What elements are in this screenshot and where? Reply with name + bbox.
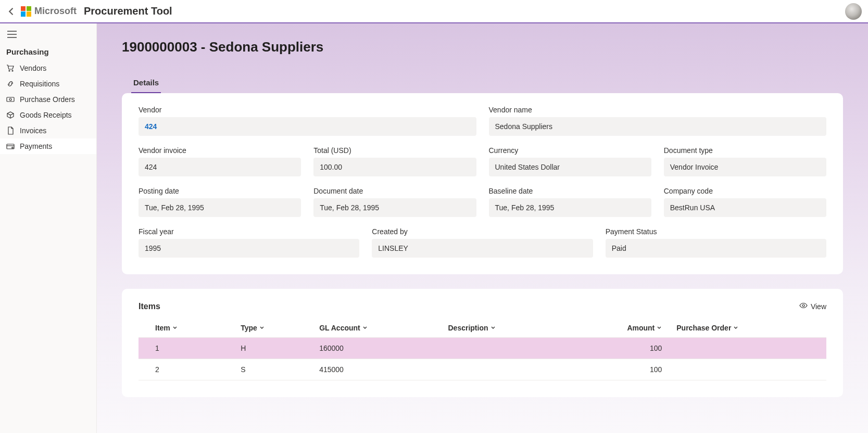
cart-icon [6, 64, 15, 72]
sidebar-item-label: Payments [20, 142, 52, 150]
field-value: Tue, Feb 28, 1995 [489, 198, 651, 217]
table-row[interactable]: 2 S 415000 100 [139, 359, 826, 380]
field-posting-date: Posting date Tue, Feb 28, 1995 [139, 187, 301, 217]
field-baseline-date: Baseline date Tue, Feb 28, 1995 [489, 187, 651, 217]
svg-rect-5 [7, 97, 14, 101]
sidebar-item-invoices[interactable]: Invoices [0, 123, 96, 138]
field-value: Vendor Invoice [664, 158, 826, 176]
link-icon [6, 80, 15, 88]
sidebar-item-purchase-orders[interactable]: Purchase Orders [0, 92, 96, 107]
hamburger-button[interactable] [0, 23, 96, 45]
sidebar-item-label: Invoices [20, 126, 46, 135]
field-value: Tue, Feb 28, 1995 [313, 198, 476, 217]
sidebar-item-vendors[interactable]: Vendors [0, 60, 96, 76]
col-type[interactable]: Type [233, 319, 312, 338]
field-label: Created by [372, 227, 593, 236]
cell-gl-account: 415000 [312, 359, 441, 380]
svg-point-4 [12, 70, 13, 71]
microsoft-text: Microsoft [34, 6, 77, 17]
cell-amount: 100 [568, 359, 670, 380]
svg-point-3 [9, 70, 10, 71]
field-value: BestRun USA [664, 198, 826, 217]
col-item[interactable]: Item [139, 319, 233, 338]
field-label: Vendor name [489, 106, 827, 114]
field-value: United States Dollar [489, 158, 651, 176]
col-description[interactable]: Description [441, 319, 568, 338]
tab-bar: Details [122, 75, 843, 93]
chevron-down-icon [657, 324, 662, 332]
page-title: 1900000003 - Sedona Suppliers [122, 39, 843, 55]
field-vendor-name: Vendor name Sedona Suppliers [489, 106, 827, 136]
view-button[interactable]: View [799, 301, 826, 311]
top-bar: Microsoft Procurement Tool [0, 0, 868, 23]
field-label: Document type [664, 146, 826, 155]
sidebar-item-label: Purchase Orders [20, 95, 75, 104]
field-label: Baseline date [489, 187, 651, 195]
col-amount[interactable]: Amount [568, 319, 670, 338]
field-payment-status: Payment Status Paid [606, 227, 826, 258]
cell-description [441, 338, 568, 359]
money-icon [6, 95, 15, 104]
cell-amount: 100 [568, 338, 670, 359]
eye-icon [799, 301, 808, 311]
main-content: 1900000003 - Sedona Suppliers Details Ve… [97, 23, 868, 433]
field-label: Document date [313, 187, 476, 195]
microsoft-logo-icon [21, 6, 31, 17]
field-value: 100.00 [313, 158, 476, 176]
field-vendor-invoice: Vendor invoice 424 [139, 146, 301, 176]
field-total-usd: Total (USD) 100.00 [313, 146, 476, 176]
sidebar-item-requisitions[interactable]: Requisitions [0, 76, 96, 92]
user-avatar[interactable] [845, 3, 862, 20]
sidebar-item-label: Requisitions [20, 80, 59, 88]
cell-type: H [233, 338, 312, 359]
field-value: Paid [606, 239, 826, 258]
cell-purchase-order [669, 359, 826, 380]
col-purchase-order[interactable]: Purchase Order [669, 319, 826, 338]
svg-point-10 [802, 304, 804, 307]
field-value: Tue, Feb 28, 1995 [139, 198, 301, 217]
svg-point-6 [9, 98, 11, 100]
document-icon [6, 126, 15, 135]
view-label: View [811, 302, 826, 311]
field-label: Payment Status [606, 227, 826, 236]
cell-item: 1 [139, 338, 233, 359]
sidebar-item-payments[interactable]: Payments [0, 138, 96, 154]
sidebar-section-header: Purchasing [0, 45, 96, 60]
field-label: Vendor [139, 106, 476, 114]
field-fiscal-year: Fiscal year 1995 [139, 227, 359, 258]
field-label: Fiscal year [139, 227, 359, 236]
field-document-type: Document type Vendor Invoice [664, 146, 826, 176]
cell-description [441, 359, 568, 380]
svg-point-9 [12, 147, 14, 149]
field-value: 424 [139, 158, 301, 176]
field-label: Company code [664, 187, 826, 195]
field-created-by: Created by LINSLEY [372, 227, 593, 258]
tab-details[interactable]: Details [131, 75, 161, 93]
chevron-down-icon [490, 324, 496, 332]
table-row[interactable]: 1 H 160000 100 [139, 338, 826, 359]
back-button[interactable] [6, 6, 17, 17]
field-label: Vendor invoice [139, 146, 301, 155]
field-label: Total (USD) [313, 146, 476, 155]
field-value: LINSLEY [372, 239, 593, 258]
field-value: Sedona Suppliers [489, 117, 827, 136]
sidebar-item-label: Goods Receipts [20, 111, 72, 119]
chevron-down-icon [362, 324, 368, 332]
sidebar-item-goods-receipts[interactable]: Goods Receipts [0, 107, 96, 123]
field-label: Posting date [139, 187, 301, 195]
box-icon [6, 111, 15, 119]
field-company-code: Company code BestRun USA [664, 187, 826, 217]
items-card: Items View Item Type GL Account Descript… [122, 289, 843, 397]
col-gl-account[interactable]: GL Account [312, 319, 441, 338]
details-card: Vendor 424 Vendor name Sedona Suppliers … [122, 93, 843, 274]
field-vendor: Vendor 424 [139, 106, 476, 136]
items-table: Item Type GL Account Description Amount … [139, 319, 826, 380]
chevron-down-icon [733, 324, 738, 332]
field-label: Currency [489, 146, 651, 155]
cell-type: S [233, 359, 312, 380]
sidebar: Purchasing Vendors Requisitions Purchase… [0, 23, 97, 433]
sidebar-item-label: Vendors [20, 64, 46, 72]
items-title: Items [139, 302, 160, 311]
app-title: Procurement Tool [84, 5, 172, 17]
vendor-link[interactable]: 424 [139, 117, 476, 136]
